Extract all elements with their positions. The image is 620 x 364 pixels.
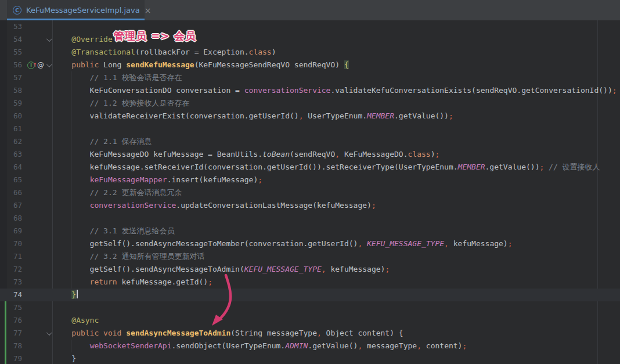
close-icon[interactable]: × (145, 6, 152, 15)
code-token: ; (449, 111, 453, 120)
code-line[interactable]: 64 kefuMessage.setReceiverId(conversatio… (0, 161, 620, 174)
code-line[interactable]: 71 // 3.2 通知所有管理员更新对话 (0, 250, 620, 263)
vcs-gutter (0, 71, 7, 84)
line-number: 54 (7, 33, 22, 46)
code-text[interactable]: getSelf().sendAsyncMessageToAdmin(KEFU_M… (52, 263, 620, 276)
code-line[interactable]: 75 (0, 301, 620, 314)
code-text[interactable]: public Long sendKefuMessage(KeFuMessageS… (52, 59, 620, 71)
fold-chevron-icon[interactable] (46, 36, 52, 42)
code-text[interactable]: keFuMessageMapper.insert(kefuMessage); (52, 174, 620, 186)
code-line[interactable]: 59 // 1.2 校验接收人是否存在 (0, 97, 620, 110)
code-token: (rollbackFor = Exception. (135, 48, 249, 56)
gutter-icons (22, 276, 52, 289)
code-line[interactable]: 60 validateReceiverExist(conversation.ge… (0, 110, 620, 122)
gutter-icons (22, 237, 52, 250)
code-line[interactable]: 54 @Override (0, 33, 620, 46)
vcs-gutter (0, 46, 7, 59)
fold-chevron-icon[interactable] (46, 62, 52, 67)
code-line[interactable]: 78 webSocketSenderApi.sendObject(UserTyp… (0, 340, 620, 352)
code-token: ; (372, 201, 376, 210)
code-text[interactable]: kefuMessage.setReceiverId(conversation.g… (52, 161, 620, 174)
gutter-icons (22, 212, 52, 225)
line-number: 60 (7, 110, 22, 122)
vcs-gutter (0, 135, 7, 148)
code-text[interactable]: public void sendAsyncMessageToAdmin(Stri… (52, 327, 620, 340)
code-line[interactable]: 74 } (0, 289, 620, 301)
annotation-gutter-icon[interactable]: @ (37, 59, 44, 71)
code-line[interactable]: 67 conversationService.updateConversatio… (0, 199, 620, 212)
code-line[interactable]: 76 @Async (0, 314, 620, 327)
code-line[interactable]: 63 KeFuMessageDO kefuMessage = BeanUtils… (0, 148, 620, 161)
code-token: (KeFuMessageSendReqVO sendReqVO) (194, 60, 344, 69)
gutter-icons (22, 148, 52, 161)
line-number: 53 (7, 20, 22, 33)
code-token: public void (53, 329, 126, 337)
vcs-gutter (0, 250, 7, 263)
gutter-icons (22, 199, 52, 212)
code-text[interactable]: validateReceiverExist(conversation.getUs… (52, 110, 620, 122)
code-text[interactable]: // 2.1 保存消息 (52, 135, 620, 148)
code-line[interactable]: 77 public void sendAsyncMessageToAdmin(S… (0, 327, 620, 340)
code-token: webSocketSenderApi (90, 341, 172, 350)
code-text[interactable]: } (52, 352, 620, 364)
fold-chevron-icon[interactable] (46, 330, 52, 336)
code-token: // 1.2 校验接收人是否存在 (53, 99, 189, 107)
code-token: // 设置接收人 (544, 163, 600, 171)
code-line[interactable]: 57 // 1.1 校验会话是否存在 (0, 71, 620, 84)
tab-kefumessageserviceimpl[interactable]: C KeFuMessageServiceImpl.java × (7, 0, 145, 20)
vcs-gutter (0, 59, 7, 71)
code-line[interactable]: 73 return kefuMessage.getId(); (0, 276, 620, 289)
vcs-change-marker (0, 314, 7, 327)
vcs-gutter (0, 84, 7, 97)
gutter-icons (22, 110, 52, 122)
gutter-icons (22, 186, 52, 199)
code-line[interactable]: 79 } (0, 352, 620, 364)
code-text[interactable] (52, 212, 620, 225)
code-text[interactable]: } (52, 289, 620, 301)
code-text[interactable]: conversationService.updateConversationLa… (52, 199, 620, 212)
code-line[interactable]: 56I↑@ public Long sendKefuMessage(KeFuMe… (0, 59, 620, 71)
code-text[interactable] (52, 301, 620, 314)
code-text[interactable]: // 1.1 校验会话是否存在 (52, 71, 620, 84)
gutter-icons (22, 122, 52, 135)
code-line[interactable]: 69 // 3.1 发送消息给会员 (0, 225, 620, 237)
code-text[interactable]: @Transactional(rollbackFor = Exception.c… (52, 46, 620, 59)
code-line[interactable]: 65 keFuMessageMapper.insert(kefuMessage)… (0, 174, 620, 186)
vcs-change-marker (0, 352, 7, 364)
code-editor[interactable]: 5354 @Override55 @Transactional(rollback… (0, 20, 620, 364)
gutter-icons (22, 46, 52, 59)
code-text[interactable]: @Async (52, 314, 620, 327)
line-number: 73 (7, 276, 22, 289)
code-text[interactable]: // 3.1 发送消息给会员 (52, 225, 620, 237)
line-number: 76 (7, 314, 22, 327)
code-line[interactable]: 58 KeFuConversationDO conversation = con… (0, 84, 620, 97)
code-token: .getValue()) (394, 111, 449, 120)
code-line[interactable]: 62 // 2.1 保存消息 (0, 135, 620, 148)
code-text[interactable]: getSelf().sendAsyncMessageToMember(conve… (52, 237, 620, 250)
code-text[interactable]: return kefuMessage.getId(); (52, 276, 620, 289)
vcs-gutter (0, 174, 7, 186)
code-token: ADMIN (285, 341, 308, 350)
code-line[interactable]: 66 // 2.2 更新会话消息冗余 (0, 186, 620, 199)
code-token: // 2.1 保存消息 (53, 137, 152, 146)
code-token: kefuMessage.getId() (121, 277, 208, 286)
code-text[interactable]: webSocketSenderApi.sendObject(UserTypeEn… (52, 340, 620, 352)
code-text[interactable]: // 3.2 通知所有管理员更新对话 (52, 250, 620, 263)
code-line[interactable]: 68 (0, 212, 620, 225)
code-area[interactable]: 5354 @Override55 @Transactional(rollback… (0, 20, 620, 364)
implements-method-icon[interactable]: I↑ (27, 62, 35, 69)
code-text[interactable]: KeFuMessageDO kefuMessage = BeanUtils.to… (52, 148, 620, 161)
code-token: return (53, 277, 121, 286)
code-line[interactable]: 55 @Transactional(rollbackFor = Exceptio… (0, 46, 620, 59)
code-text[interactable]: // 1.2 校验接收人是否存在 (52, 97, 620, 110)
code-line[interactable]: 53 (0, 20, 620, 33)
code-text[interactable] (52, 122, 620, 135)
vcs-gutter (0, 225, 7, 237)
code-line[interactable]: 70 getSelf().sendAsyncMessageToMember(co… (0, 237, 620, 250)
code-line[interactable]: 61 (0, 122, 620, 135)
code-text[interactable]: KeFuConversationDO conversation = conver… (52, 84, 620, 97)
code-line[interactable]: 72 getSelf().sendAsyncMessageToAdmin(KEF… (0, 263, 620, 276)
code-text[interactable]: // 2.2 更新会话消息冗余 (52, 186, 620, 199)
vcs-gutter (0, 276, 7, 289)
line-number: 72 (7, 263, 22, 276)
